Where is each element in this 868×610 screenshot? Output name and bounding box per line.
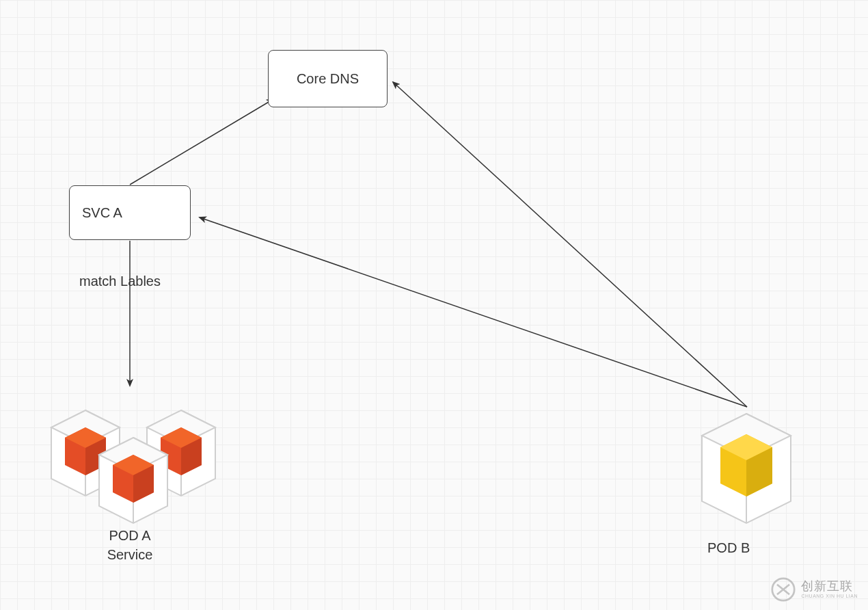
watermark-logo-icon <box>771 577 796 602</box>
core-dns-node: Core DNS <box>268 50 388 107</box>
watermark-cn: 创新互联 <box>801 580 858 594</box>
pod-a-label-line1: POD A <box>89 526 171 545</box>
svc-a-node: SVC A <box>69 185 191 240</box>
match-labels-label: match Lables <box>79 274 161 289</box>
watermark-en: CHUANG XIN HU LIAN <box>801 594 858 599</box>
pod-a-cube-3 <box>99 438 167 523</box>
pod-b-label: POD B <box>707 540 750 556</box>
core-dns-label: Core DNS <box>297 71 359 87</box>
pod-a-label-line2: Service <box>89 545 171 564</box>
svc-a-label: SVC A <box>82 205 122 221</box>
pod-a-cubes <box>41 383 232 536</box>
pod-b-cube <box>685 400 808 540</box>
watermark-text: 创新互联 CHUANG XIN HU LIAN <box>801 580 858 598</box>
pod-a-label: POD A Service <box>89 526 171 564</box>
watermark: 创新互联 CHUANG XIN HU LIAN <box>771 577 858 602</box>
